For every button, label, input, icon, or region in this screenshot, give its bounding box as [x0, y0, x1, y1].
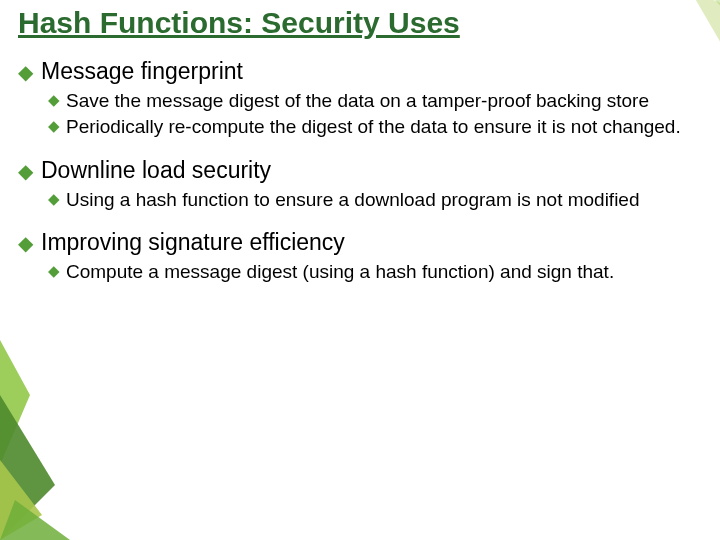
- svg-marker-3: [0, 500, 70, 540]
- section-heading: Downline load security: [41, 157, 271, 184]
- list-item: ◆ Save the message digest of the data on…: [48, 89, 690, 113]
- decoration-bottom-left: [0, 340, 90, 540]
- section-improving-signature-efficiency: ◆ Improving signature efficiency ◆ Compu…: [18, 229, 690, 284]
- bullet-icon: ◆: [18, 161, 33, 181]
- bullet-icon: ◆: [48, 115, 60, 137]
- bullet-icon: ◆: [18, 233, 33, 253]
- slide-title: Hash Functions: Security Uses: [18, 6, 690, 40]
- list-item-text: Using a hash function to ensure a downlo…: [66, 188, 640, 212]
- bullet-icon: ◆: [48, 260, 60, 282]
- bullet-icon: ◆: [18, 62, 33, 82]
- list-item: ◆ Compute a message digest (using a hash…: [48, 260, 690, 284]
- list-item-text: Compute a message digest (using a hash f…: [66, 260, 614, 284]
- section-downline-load-security: ◆ Downline load security ◆ Using a hash …: [18, 157, 690, 212]
- svg-marker-0: [0, 340, 30, 465]
- section-message-fingerprint: ◆ Message fingerprint ◆ Save the message…: [18, 58, 690, 139]
- list-item-text: Periodically re-compute the digest of th…: [66, 115, 681, 139]
- section-heading: Message fingerprint: [41, 58, 243, 85]
- slide-content: Hash Functions: Security Uses ◆ Message …: [0, 0, 720, 312]
- bullet-icon: ◆: [48, 89, 60, 111]
- list-item-text: Save the message digest of the data on a…: [66, 89, 649, 113]
- svg-marker-2: [0, 460, 42, 540]
- bullet-icon: ◆: [48, 188, 60, 210]
- list-item: ◆ Periodically re-compute the digest of …: [48, 115, 690, 139]
- svg-marker-1: [0, 395, 55, 540]
- section-heading: Improving signature efficiency: [41, 229, 345, 256]
- list-item: ◆ Using a hash function to ensure a down…: [48, 188, 690, 212]
